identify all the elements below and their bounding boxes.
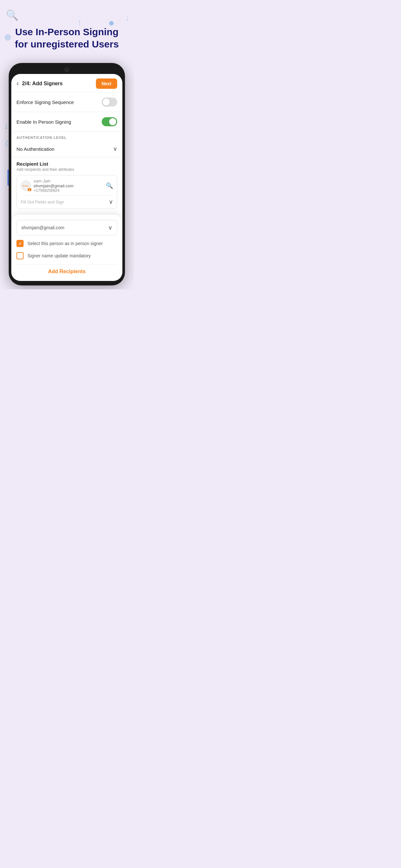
panel-chevron-icon: ∨	[108, 224, 112, 231]
role-dropdown-row[interactable]: Fill Out Fields and Sign ∨	[21, 195, 113, 206]
bottom-panel: shvmjain@gmail.com ∨ ✓ Select this perso…	[11, 215, 122, 281]
phone-screen: ‹ 2/4: Add Signers Next Enforce Signing …	[11, 74, 122, 281]
panel-email-dropdown[interactable]: shvmjain@gmail.com ∨	[17, 220, 117, 236]
recipient-info: vam Jain shvmjain@gmail.com +17568256824	[34, 179, 106, 193]
recipient-search-icon[interactable]: 🔍	[106, 182, 113, 189]
deco-arrow-down-left: ↓	[4, 121, 8, 131]
recipient-card: Exist. ▲ vam Jain shvmjain@gmail.com +17…	[17, 175, 117, 209]
recipient-email: shvmjain@gmail.com	[34, 183, 106, 188]
role-label: Fill Out Fields and Sign	[21, 199, 64, 205]
screen-title: 2/4: Add Signers	[22, 81, 96, 87]
back-button[interactable]: ‹	[17, 80, 19, 88]
dot-right-decoration	[109, 21, 114, 26]
auth-level-dropdown[interactable]: No Authentication ∨	[11, 141, 122, 157]
avatar: Exist. ▲	[21, 181, 31, 191]
in-person-signing-row: Enable In Person Signing	[11, 112, 122, 132]
hero-section: Use In-Person Signing for unregistered U…	[0, 0, 134, 60]
toggle-knob-off	[103, 98, 110, 105]
recipient-list-title: Recipient List	[17, 161, 117, 166]
phone-frame: ‹ 2/4: Add Signers Next Enforce Signing …	[9, 63, 125, 285]
name-update-checkbox[interactable]	[17, 252, 24, 259]
recipient-name: vam Jain	[34, 179, 106, 183]
in-person-checkbox[interactable]: ✓	[17, 240, 24, 247]
recipient-section: Recipient List Add recipients and their …	[11, 157, 122, 212]
in-person-signing-toggle[interactable]	[102, 117, 117, 126]
in-person-signing-label: Enable In Person Signing	[17, 119, 71, 125]
check-icon: ✓	[19, 241, 22, 246]
dot-left-decoration	[4, 34, 11, 41]
enforce-signing-toggle[interactable]	[102, 97, 117, 106]
recipient-phone: +17568256824	[34, 188, 106, 193]
add-recipients-button[interactable]: Add Recipients	[17, 265, 117, 276]
panel-email-value: shvmjain@gmail.com	[21, 225, 64, 230]
in-person-signer-label: Select this person as in person signer	[27, 241, 103, 246]
recipient-name-row: Exist. ▲ vam Jain shvmjain@gmail.com +17…	[21, 179, 113, 193]
avatar-tag: ▲	[28, 188, 31, 191]
enforce-signing-row: Enforce Signing Sequence	[11, 92, 122, 112]
screen-header: ‹ 2/4: Add Signers Next	[11, 74, 122, 92]
phone-mockup: ↓ ‹ 2/4: Add Signers Next Enforce Signin…	[9, 63, 125, 285]
auth-level-label: AUTHENTICATION LEVEL	[11, 132, 122, 141]
name-update-row[interactable]: Signer name update mandatory	[17, 252, 117, 259]
phone-notch	[11, 67, 122, 72]
next-button[interactable]: Next	[96, 79, 117, 89]
existing-label: Exist.	[23, 184, 29, 187]
recipient-list-subtitle: Add recipients and their attributes	[17, 167, 117, 172]
toggle-knob-on	[109, 118, 116, 125]
in-person-signer-row[interactable]: ✓ Select this person as in person signer	[17, 240, 117, 247]
auth-level-value: No Authentication	[17, 146, 55, 152]
hero-title: Use In-Person Signing for unregistered U…	[10, 26, 124, 50]
enforce-signing-label: Enforce Signing Sequence	[17, 99, 74, 105]
chevron-down-icon: ∨	[113, 145, 117, 152]
role-chevron-icon: ∨	[109, 198, 113, 206]
name-update-label: Signer name update mandatory	[27, 253, 91, 258]
phone-camera	[65, 67, 69, 72]
